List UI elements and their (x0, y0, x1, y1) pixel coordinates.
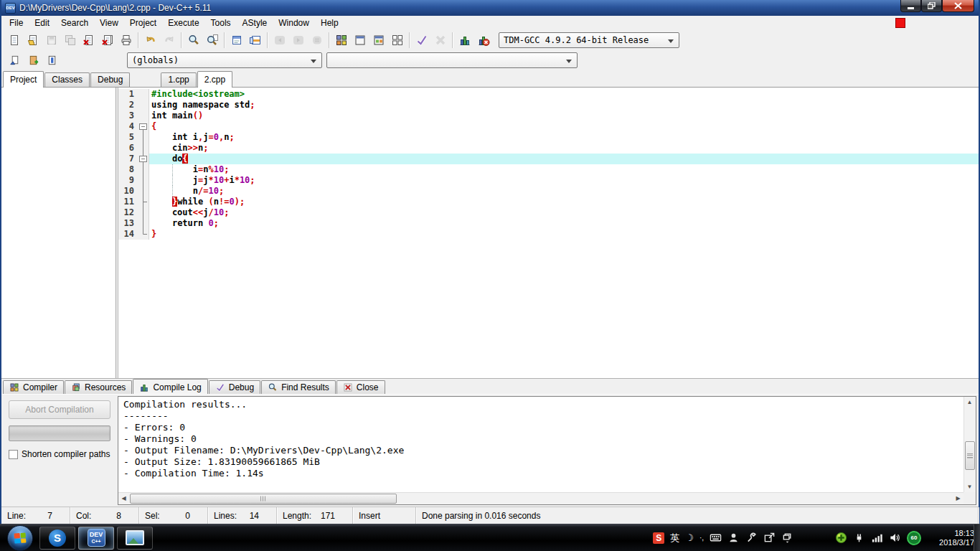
goto-line-button[interactable] (227, 32, 246, 49)
code-line-11[interactable]: 11 }while (n!=0); (118, 197, 979, 207)
safely-remove-icon[interactable] (853, 532, 865, 544)
code-line-12[interactable]: 12 cout<<j/10; (118, 207, 979, 218)
close-file-button[interactable] (80, 32, 98, 49)
minimize-button[interactable] (900, 0, 921, 12)
sogou-input-icon[interactable]: S (653, 532, 664, 544)
report-tab-debug[interactable]: Debug (209, 380, 260, 394)
report-tab-compiler[interactable]: Compiler (3, 380, 64, 394)
syntax-check-button[interactable] (413, 32, 431, 49)
save-button[interactable] (42, 32, 61, 49)
menu-project[interactable]: Project (124, 17, 162, 29)
open-file-button[interactable] (24, 32, 42, 49)
run-button[interactable] (351, 32, 369, 49)
tab-1-cpp[interactable]: 1.cpp (161, 72, 196, 87)
profile-button[interactable] (456, 32, 474, 49)
toggle-breakpoint-button[interactable] (308, 32, 326, 49)
project-panel[interactable] (1, 88, 116, 378)
compile-log-text[interactable]: Compilation results...--------- Errors: … (118, 397, 963, 492)
ime-fullmoon-icon[interactable]: ☽ (685, 532, 694, 543)
network-signal-icon[interactable] (871, 532, 883, 544)
find-button[interactable] (184, 32, 203, 49)
goto-bookmarks-button[interactable] (42, 52, 61, 69)
goto-function-button[interactable] (246, 32, 265, 49)
nav-back-button[interactable] (270, 32, 289, 49)
wrench-icon[interactable] (745, 532, 758, 544)
taskbar-button-image-viewer[interactable] (117, 527, 153, 550)
abort-button[interactable] (431, 32, 450, 49)
code-line-1[interactable]: 1#include<iostream> (118, 89, 979, 100)
code-editor[interactable]: 1#include<iostream>2using namespace std;… (118, 88, 979, 378)
code-line-14[interactable]: 14} (118, 229, 979, 240)
menu-execute[interactable]: Execute (162, 17, 204, 29)
toggle-bookmarks-button[interactable] (24, 52, 42, 69)
horizontal-scroll-thumb[interactable] (130, 494, 397, 504)
close-all-button[interactable] (98, 32, 117, 49)
scroll-left-arrow[interactable]: ◀ (118, 493, 129, 504)
menu-search[interactable]: Search (55, 17, 94, 29)
redo-button[interactable] (160, 32, 179, 49)
hidden-icons-expander[interactable] (781, 532, 793, 544)
user-icon[interactable] (727, 532, 740, 544)
battery-indicator[interactable]: 60 (907, 531, 921, 545)
code-line-8[interactable]: 8 i=n%10; (118, 164, 979, 175)
code-line-9[interactable]: 9 j=j*10+i*10; (118, 175, 979, 186)
menu-file[interactable]: File (4, 17, 29, 29)
share-icon[interactable] (763, 532, 776, 544)
new-file-button[interactable] (5, 32, 24, 49)
code-line-10[interactable]: 10 n/=10; (118, 186, 979, 197)
code-line-3[interactable]: 3int main() (118, 110, 979, 121)
volume-icon[interactable] (889, 532, 901, 544)
keyboard-icon[interactable] (710, 532, 722, 544)
ime-punctuation-icon[interactable]: ·, (699, 534, 704, 542)
scroll-right-arrow[interactable]: ▶ (953, 493, 963, 504)
report-tab-close[interactable]: Close (336, 380, 385, 394)
compile-button[interactable] (332, 32, 351, 49)
globals-combobox[interactable]: (globals) (127, 52, 322, 68)
vertical-scrollbar[interactable]: ▲ ▼ (963, 397, 976, 492)
ime-language-indicator[interactable]: 英 (670, 532, 679, 545)
show-desktop-button[interactable] (974, 524, 980, 551)
taskbar-button-sogou-browser[interactable]: S (39, 527, 75, 550)
shorten-paths-option[interactable]: Shorten compiler paths (9, 449, 110, 459)
compile-and-run-button[interactable] (369, 32, 388, 49)
report-tab-find-results[interactable]: Find Results (261, 380, 336, 394)
menu-view[interactable]: View (94, 17, 124, 29)
find-in-files-button[interactable] (203, 32, 222, 49)
members-combobox[interactable] (326, 52, 578, 68)
report-tab-resources[interactable]: Resources (65, 380, 132, 394)
abort-compilation-button[interactable]: Abort Compilation (9, 400, 110, 419)
code-line-2[interactable]: 2using namespace std; (118, 100, 979, 110)
security-shield-icon[interactable] (835, 532, 847, 544)
rebuild-all-button[interactable] (388, 32, 407, 49)
code-line-6[interactable]: 6 cin>>n; (118, 143, 979, 154)
save-all-button[interactable] (61, 32, 80, 49)
taskbar-button-dev-cpp[interactable]: DEVC++ (78, 527, 114, 550)
code-line-13[interactable]: 13 return 0; (118, 218, 979, 229)
tab-classes[interactable]: Classes (44, 72, 90, 87)
horizontal-scrollbar[interactable]: ◀ ▶ (118, 492, 963, 504)
menu-help[interactable]: Help (315, 17, 344, 29)
menu-edit[interactable]: Edit (29, 17, 55, 29)
title-bar[interactable]: DEV D:\MyDrivers\Dev-Cpp\Lang\2.cpp - De… (1, 0, 979, 16)
scroll-up-arrow[interactable]: ▲ (964, 397, 975, 408)
menu-window[interactable]: Window (273, 17, 315, 29)
start-button[interactable] (7, 525, 33, 551)
tab-2-cpp[interactable]: 2.cpp (197, 71, 232, 88)
code-line-4[interactable]: 4{ (118, 121, 979, 132)
restore-button[interactable] (921, 0, 942, 12)
insert-button[interactable] (5, 52, 24, 69)
vertical-scroll-thumb[interactable] (965, 441, 975, 470)
menu-astyle[interactable]: AStyle (237, 17, 273, 29)
undo-button[interactable] (141, 32, 160, 49)
taskbar-clock[interactable]: 18:13 2018/3/17 (927, 529, 974, 547)
tab-debug[interactable]: Debug (90, 72, 130, 87)
delete-profiling-button[interactable] (474, 32, 493, 49)
fold-toggle-icon[interactable] (137, 121, 149, 132)
scroll-down-arrow[interactable]: ▼ (964, 481, 975, 492)
fold-toggle-icon[interactable] (137, 154, 149, 164)
report-tab-compile-log[interactable]: Compile Log (133, 379, 207, 395)
tab-project[interactable]: Project (3, 71, 44, 88)
print-button[interactable] (117, 32, 136, 49)
code-line-5[interactable]: 5 int i,j=0,n; (118, 132, 979, 143)
shorten-paths-checkbox[interactable] (9, 450, 18, 459)
